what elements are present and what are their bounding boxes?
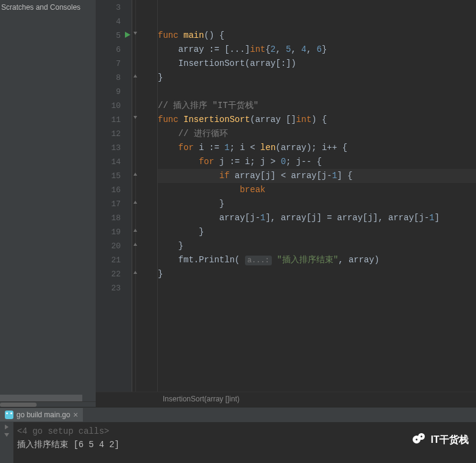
line-num[interactable]: 7 [116, 59, 132, 68]
line-num[interactable]: 8 [116, 73, 132, 82]
line-num[interactable]: 20 [111, 242, 132, 251]
fold-icon[interactable] [132, 241, 138, 247]
scratches-label[interactable]: Scratches and Consoles [0, 0, 96, 15]
run-tab-label: go build main.go [16, 411, 70, 419]
line-num[interactable]: 21 [111, 256, 132, 265]
watermark: IT干货栈 [413, 433, 469, 447]
sidebar: Scratches and Consoles [0, 0, 96, 407]
expand-icon[interactable] [5, 425, 9, 429]
run-tab[interactable]: go build main.go × [0, 408, 83, 422]
line-num[interactable]: 23 [111, 284, 132, 293]
setup-line: <4 go setup calls> [17, 425, 472, 438]
fold-icon[interactable] [132, 171, 138, 177]
line-num[interactable]: 12 [111, 129, 132, 138]
line-num[interactable]: 15 [111, 171, 132, 181]
editor: 3 4 5 6 7 8 9 10 11 12 13 14 15 16 17 18… [96, 0, 476, 392]
line-num[interactable]: 14 [111, 157, 132, 167]
fold-strip [132, 0, 158, 392]
line-num[interactable]: 16 [111, 185, 132, 195]
line-num[interactable]: 11 [111, 115, 132, 124]
breadcrumb[interactable]: InsertionSort(array []int) [96, 392, 476, 407]
output-line: 插入排序结束 [6 5 4 2] [17, 438, 472, 451]
fold-icon[interactable] [132, 115, 138, 121]
code-area[interactable]: func main() { array := [...]int{2, 5, 4,… [158, 0, 476, 392]
run-tab-bar: go build main.go × [0, 407, 476, 422]
line-num[interactable]: 22 [111, 270, 132, 279]
collapse-icon[interactable] [4, 433, 9, 437]
line-num[interactable]: 9 [116, 87, 132, 96]
fold-icon[interactable] [132, 199, 138, 205]
watermark-text: IT干货栈 [431, 434, 469, 447]
console: <4 go setup calls> 插入排序结束 [6 5 4 2] [0, 422, 476, 463]
fold-icon[interactable] [132, 227, 138, 233]
gopher-icon [5, 411, 13, 419]
line-num[interactable]: 19 [111, 228, 132, 237]
line-num[interactable]: 18 [111, 214, 132, 223]
gutter: 3 4 5 6 7 8 9 10 11 12 13 14 15 16 17 18… [96, 0, 132, 392]
line-num[interactable]: 3 [116, 3, 132, 12]
line-num[interactable]: 4 [116, 17, 132, 26]
fold-icon[interactable] [132, 31, 138, 37]
close-icon[interactable]: × [73, 410, 78, 420]
wechat-icon [413, 433, 427, 447]
run-gutter-icon[interactable] [125, 32, 130, 38]
line-num[interactable]: 13 [111, 143, 132, 153]
line-num[interactable]: 10 [111, 101, 132, 110]
line-num[interactable]: 6 [116, 45, 132, 54]
line-num[interactable]: 17 [111, 199, 132, 209]
scrollbar-horizontal[interactable] [0, 401, 96, 407]
fold-icon[interactable] [132, 73, 138, 79]
fold-icon[interactable] [132, 269, 138, 275]
console-output[interactable]: <4 go setup calls> 插入排序结束 [6 5 4 2] [13, 422, 476, 463]
scrollbar-thumb[interactable] [0, 403, 37, 407]
console-gutter [0, 422, 13, 463]
